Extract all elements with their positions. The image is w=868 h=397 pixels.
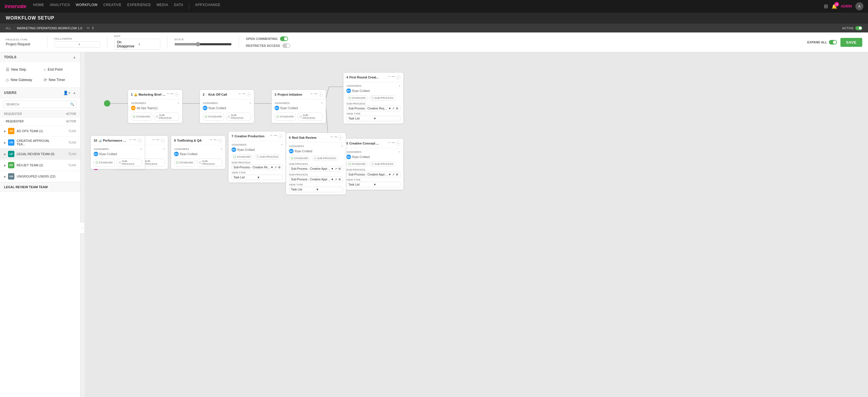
expand-arrow[interactable]: ▶ bbox=[4, 153, 6, 156]
more-node-6[interactable]: ••• bbox=[334, 135, 337, 140]
standard-badge-5[interactable]: STANDARD bbox=[346, 161, 368, 166]
list-item[interactable]: ▶ LE LEGAL REVIEW TEAM (0) TEAM bbox=[0, 149, 80, 160]
list-item[interactable]: ▶ RE REVJET TEAM (2) TEAM bbox=[0, 160, 80, 171]
assignees-add-2[interactable]: + bbox=[250, 102, 251, 104]
chevron-6a[interactable]: ▼ bbox=[331, 167, 334, 170]
add-node-9[interactable]: + bbox=[160, 138, 165, 143]
external-5[interactable]: ↗ bbox=[392, 173, 395, 176]
tool-end-point[interactable]: ○ End Point bbox=[41, 65, 77, 73]
edit-node-9[interactable]: ✏ bbox=[153, 138, 155, 143]
standard-badge-2[interactable]: STANDARD bbox=[203, 113, 224, 121]
nav-media[interactable]: MEDIA bbox=[157, 3, 168, 10]
save-button[interactable]: SAVE bbox=[840, 38, 862, 47]
sub-process-badge-10[interactable]: SUB-PROCESS bbox=[117, 159, 142, 166]
assignees-add-6[interactable]: + bbox=[342, 145, 343, 148]
assignees-add-4[interactable]: + bbox=[399, 85, 400, 87]
more-node-3[interactable]: ••• bbox=[314, 92, 317, 97]
edit-node-7[interactable]: ✏ bbox=[270, 134, 273, 139]
add-node-4[interactable]: + bbox=[396, 75, 400, 80]
open-commenting-toggle[interactable] bbox=[280, 36, 288, 41]
nav-analytics[interactable]: ANALYTICS bbox=[50, 3, 70, 10]
add-node-8[interactable]: + bbox=[218, 138, 222, 143]
sub-process-badge-7[interactable]: SUB-PROCESS bbox=[254, 154, 281, 159]
nav-home[interactable]: HOME bbox=[33, 3, 44, 10]
workflow-node-8[interactable]: 8 Trafficking & QA ✏ ••• + ASSIGNEES + R… bbox=[171, 135, 225, 169]
tools-chevron[interactable]: ▲ bbox=[73, 55, 76, 59]
view-type-select-6[interactable]: Task List ▼ bbox=[289, 187, 343, 192]
sub-process-select-6b[interactable]: Sub-Process - Creative Approval ▼ ↗ ⚙ bbox=[289, 177, 343, 182]
external-7[interactable]: ↗ bbox=[274, 166, 277, 169]
standard-badge-3[interactable]: STANDARD bbox=[275, 113, 296, 121]
assignees-add-9[interactable]: + bbox=[163, 148, 165, 151]
assignees-add-7[interactable]: + bbox=[281, 143, 283, 146]
assignees-add-10[interactable]: + bbox=[141, 148, 142, 151]
sub-process-select-7[interactable]: Sub-Process - Creative Request ▼ ↗ ⚙ bbox=[231, 164, 283, 170]
external-4[interactable]: ↗ bbox=[392, 107, 395, 110]
more-node-7[interactable]: ••• bbox=[274, 134, 277, 139]
assignees-add-5[interactable]: + bbox=[399, 151, 400, 153]
gear-7[interactable]: ⚙ bbox=[278, 166, 281, 169]
add-user-icon[interactable]: 👤+ bbox=[63, 91, 70, 95]
view-type-select-4[interactable]: Task List ▼ bbox=[346, 116, 400, 121]
sub-process-badge-8[interactable]: SUB-PROCESS bbox=[197, 159, 222, 166]
nav-creative[interactable]: CREATIVE bbox=[103, 3, 122, 10]
users-chevron[interactable]: ▲ bbox=[73, 91, 76, 95]
exit-select[interactable]: On Disapprove ▼ bbox=[114, 39, 160, 50]
workflow-node-5[interactable]: 5 Creative Concept ... ✏ ••• + ASSIGNEES… bbox=[343, 139, 404, 190]
more-node-8[interactable]: ••• bbox=[213, 138, 217, 143]
sub-process-badge-4[interactable]: SUB-PROCESS bbox=[369, 95, 396, 100]
add-node-7[interactable]: + bbox=[278, 134, 283, 139]
edit-node-8[interactable]: ✏ bbox=[210, 138, 212, 143]
view-type-select-5[interactable]: Task List ▼ bbox=[346, 182, 400, 187]
sub-process-select-4[interactable]: Sub-Process - Creative Request ▼ ↗ ⚙ bbox=[346, 106, 400, 111]
sub-process-badge-3[interactable]: SUB-PROCESS bbox=[298, 113, 323, 121]
info-icon[interactable]: ℹ bbox=[92, 26, 94, 30]
scale-slider[interactable] bbox=[174, 42, 232, 47]
workflow-node-2[interactable]: 2 ↑ Kick Off Call ✏ ••• + ASSIGNEES + bbox=[199, 90, 254, 123]
workflow-node-6[interactable]: 6 Red Oak Review ✏ ••• + ASSIGNEES + RC bbox=[286, 133, 346, 195]
add-node-10[interactable]: + bbox=[137, 138, 142, 143]
nav-data[interactable]: DATA bbox=[174, 3, 183, 10]
standard-badge-1[interactable]: STANDARD bbox=[131, 113, 152, 121]
more-node-2[interactable]: ••• bbox=[242, 92, 245, 97]
chevron-4[interactable]: ▼ bbox=[388, 107, 391, 110]
followers-select[interactable]: ▼ bbox=[54, 41, 100, 48]
expand-arrow[interactable]: ▶ bbox=[4, 164, 6, 167]
standard-badge-8[interactable]: STANDARD bbox=[174, 159, 195, 166]
edit-node-10[interactable]: ✏ bbox=[129, 138, 132, 143]
gear-5[interactable]: ⚙ bbox=[396, 173, 398, 176]
standard-badge-6[interactable]: STANDARD bbox=[289, 156, 310, 161]
add-node-6[interactable]: + bbox=[338, 135, 343, 140]
edit-icon[interactable]: ✏ bbox=[87, 26, 90, 30]
active-toggle[interactable] bbox=[855, 26, 862, 30]
admin-label[interactable]: ADMIN bbox=[841, 4, 852, 8]
workflow-node-7[interactable]: 7 Creative Production ✏ ••• + ASSIGNEES … bbox=[228, 131, 286, 183]
workflow-node-3[interactable]: 3 Project Initiation ✏ ••• + ASSIGNEES +… bbox=[272, 90, 326, 123]
more-node-4[interactable]: ••• bbox=[392, 75, 395, 80]
breadcrumb-all[interactable]: ALL bbox=[6, 26, 11, 30]
external-6b[interactable]: ↗ bbox=[335, 178, 337, 181]
restricted-access-toggle[interactable] bbox=[282, 43, 290, 48]
external-6a[interactable]: ↗ bbox=[335, 167, 337, 170]
view-type-select-7[interactable]: Task List ▼ bbox=[231, 175, 283, 180]
expand-all-toggle[interactable] bbox=[829, 40, 837, 44]
standard-badge-10[interactable]: STANDARD bbox=[94, 159, 115, 166]
tool-new-gateway[interactable]: ◇ New Gateway bbox=[3, 76, 39, 84]
workflow-canvas[interactable]: 1 🔔 Marketing Brief Cr... ✏ ••• + ASSIGN… bbox=[85, 52, 868, 397]
user-avatar[interactable]: A bbox=[855, 2, 863, 10]
sub-process-badge-6[interactable]: SUB-PROCESS bbox=[312, 156, 338, 161]
expand-arrow[interactable]: ▶ bbox=[4, 141, 6, 144]
assignees-add-3[interactable]: + bbox=[321, 102, 323, 104]
add-icon[interactable]: ⊞ bbox=[824, 3, 828, 9]
chevron-5[interactable]: ▼ bbox=[388, 173, 391, 176]
edit-node-2[interactable]: ✏ bbox=[239, 92, 241, 97]
add-node-2[interactable]: + bbox=[246, 92, 251, 97]
nav-appxchange[interactable]: APPXCHANGE bbox=[195, 3, 220, 10]
more-node-5[interactable]: ••• bbox=[392, 141, 395, 146]
sidebar-collapse-btn[interactable]: ‹ bbox=[80, 222, 85, 234]
more-node-1[interactable]: ••• bbox=[170, 92, 174, 97]
expand-arrow[interactable]: ▶ bbox=[4, 175, 6, 178]
nav-experience[interactable]: EXPERIENCE bbox=[127, 3, 151, 10]
add-node-3[interactable]: + bbox=[318, 92, 323, 97]
sub-process-select-5[interactable]: Sub-Process - Creative Approval ▼ ↗ ⚙ bbox=[346, 172, 400, 177]
